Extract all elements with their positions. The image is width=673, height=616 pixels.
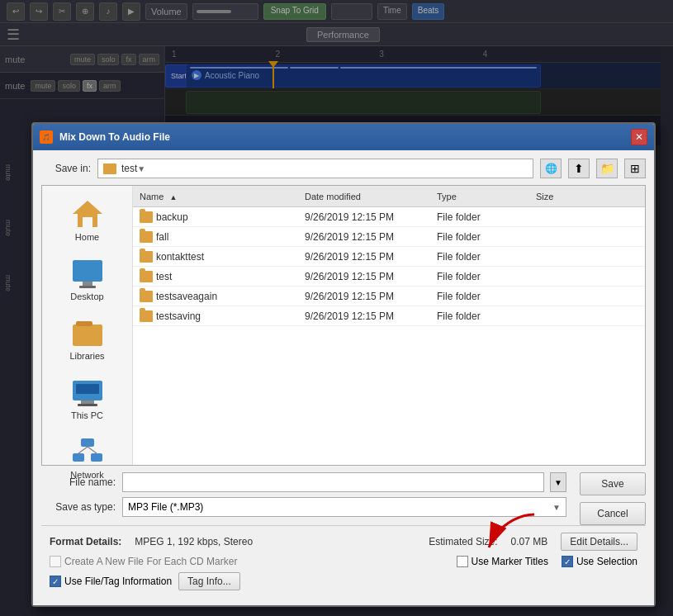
save-type-row: Save as type: MP3 File (*.MP3) ▼ bbox=[41, 497, 566, 517]
svg-line-14 bbox=[88, 447, 97, 453]
file-name-input[interactable] bbox=[122, 472, 544, 492]
nav-item-libraries[interactable]: Libraries bbox=[50, 313, 125, 366]
sort-arrow-icon: ▲ bbox=[169, 193, 177, 201]
nav-home-label: Home bbox=[75, 232, 99, 242]
file-row-name-2: kontakttest bbox=[133, 251, 298, 263]
folder-icon-5 bbox=[140, 310, 153, 322]
format-row3: ✓ Use File/Tag Information Tag Info... bbox=[50, 572, 637, 590]
dialog-content: Home Desktop Libr bbox=[41, 185, 646, 466]
format-row2: Create A New File For Each CD Marker Use… bbox=[50, 556, 637, 567]
nav-item-home[interactable]: Home bbox=[50, 194, 125, 247]
col-header-type[interactable]: Type bbox=[430, 192, 529, 201]
cancel-button[interactable]: Cancel bbox=[580, 502, 646, 525]
col-header-size[interactable]: Size bbox=[529, 192, 645, 201]
network-icon bbox=[71, 437, 104, 467]
save-button[interactable]: Save bbox=[580, 472, 646, 495]
svg-rect-3 bbox=[79, 286, 96, 288]
edit-details-button[interactable]: Edit Details... bbox=[561, 533, 637, 551]
file-rows: backup 9/26/2019 12:15 PM File folder fa… bbox=[133, 207, 645, 465]
nav-libraries-label: Libraries bbox=[69, 351, 104, 361]
tag-info-button[interactable]: Tag Info... bbox=[178, 572, 240, 590]
folder-icon-2 bbox=[140, 251, 153, 263]
libraries-icon bbox=[71, 318, 104, 348]
svg-rect-11 bbox=[73, 453, 84, 462]
nav-item-thispc[interactable]: This PC bbox=[50, 372, 125, 425]
table-row[interactable]: testsaveagain 9/26/2019 12:15 PM File fo… bbox=[133, 287, 645, 306]
view-btn[interactable]: ⊞ bbox=[624, 159, 646, 178]
file-row-type-4: File folder bbox=[430, 291, 529, 302]
save-type-dropdown[interactable]: MP3 File (*.MP3) ▼ bbox=[122, 497, 566, 517]
folder-icon-3 bbox=[140, 271, 153, 282]
mix-down-dialog: 🎵 Mix Down To Audio File ✕ Save in: test… bbox=[31, 122, 656, 607]
table-row[interactable]: kontakttest 9/26/2019 12:15 PM File fold… bbox=[133, 247, 645, 267]
folder-icon-1 bbox=[140, 231, 153, 243]
file-row-type-0: File folder bbox=[430, 211, 529, 223]
dialog-titlebar: 🎵 Mix Down To Audio File ✕ bbox=[33, 124, 654, 150]
bottom-section: File name: ▼ Save as type: MP3 File (*.M… bbox=[41, 472, 646, 525]
file-list-header: Name ▲ Date modified Type Size bbox=[133, 186, 645, 207]
file-row-date-0: 9/26/2019 12:15 PM bbox=[298, 211, 430, 223]
format-size-value: 0.07 MB bbox=[511, 536, 548, 547]
col-header-date[interactable]: Date modified bbox=[298, 192, 430, 201]
nav-desktop-label: Desktop bbox=[70, 291, 103, 301]
format-details-value: MPEG 1, 192 kbps, Stereo bbox=[135, 536, 253, 547]
svg-rect-9 bbox=[76, 384, 99, 394]
save-in-label: Save in: bbox=[41, 163, 91, 174]
use-selection-label: Use Selection bbox=[576, 556, 637, 567]
thispc-icon bbox=[71, 377, 104, 407]
action-buttons: Save Cancel bbox=[580, 472, 646, 525]
file-row-date-3: 9/26/2019 12:15 PM bbox=[298, 271, 430, 282]
save-type-label: Save as type: bbox=[41, 501, 116, 513]
file-row-type-5: File folder bbox=[430, 310, 529, 322]
svg-rect-5 bbox=[76, 321, 92, 326]
svg-rect-4 bbox=[73, 325, 102, 346]
svg-marker-0 bbox=[73, 201, 102, 227]
nav-item-desktop[interactable]: Desktop bbox=[50, 254, 125, 306]
file-row-date-4: 9/26/2019 12:15 PM bbox=[298, 291, 430, 302]
file-row-name-4: testsaveagain bbox=[133, 291, 298, 302]
use-marker-titles-label: Use Marker Titles bbox=[472, 556, 548, 567]
desktop-icon bbox=[71, 258, 104, 288]
svg-rect-8 bbox=[78, 404, 97, 406]
dialog-icon: 🎵 bbox=[40, 130, 53, 144]
folder-icon-small bbox=[103, 163, 116, 174]
table-row[interactable]: fall 9/26/2019 12:15 PM File folder bbox=[133, 227, 645, 247]
back-btn[interactable]: 🌐 bbox=[540, 159, 562, 178]
dropdown-arrow-icon: ▼ bbox=[137, 164, 145, 173]
file-row-name-1: fall bbox=[133, 231, 298, 243]
table-row[interactable]: test 9/26/2019 12:15 PM File folder bbox=[133, 267, 645, 287]
save-in-value: test bbox=[121, 163, 137, 174]
col-header-name[interactable]: Name ▲ bbox=[133, 192, 298, 201]
table-row[interactable]: backup 9/26/2019 12:15 PM File folder bbox=[133, 207, 645, 227]
use-selection-row: ✓ Use Selection bbox=[562, 556, 637, 567]
svg-rect-12 bbox=[91, 453, 102, 462]
file-row-type-1: File folder bbox=[430, 231, 529, 243]
format-details-label: Format Details: bbox=[50, 536, 121, 547]
input-section: File name: ▼ Save as type: MP3 File (*.M… bbox=[41, 472, 566, 522]
file-row-name-3: test bbox=[133, 271, 298, 282]
format-row1: Format Details: MPEG 1, 192 kbps, Stereo… bbox=[50, 533, 637, 551]
file-name-row: File name: ▼ bbox=[41, 472, 566, 492]
use-file-tag-row: ✓ Use File/Tag Information bbox=[50, 576, 172, 587]
file-row-date-5: 9/26/2019 12:15 PM bbox=[298, 310, 430, 322]
create-cd-marker-checkbox[interactable] bbox=[50, 556, 61, 567]
use-selection-checkbox[interactable]: ✓ bbox=[562, 556, 573, 567]
use-file-tag-checkbox[interactable]: ✓ bbox=[50, 576, 61, 587]
nav-thispc-label: This PC bbox=[71, 410, 103, 420]
close-button[interactable]: ✕ bbox=[631, 129, 647, 145]
use-marker-titles-checkbox[interactable] bbox=[457, 556, 468, 567]
new-folder-btn[interactable]: 📁 bbox=[596, 159, 618, 178]
dialog-title: Mix Down To Audio File bbox=[59, 131, 624, 143]
format-bar: Format Details: MPEG 1, 192 kbps, Stereo… bbox=[41, 525, 646, 597]
svg-rect-10 bbox=[81, 438, 94, 447]
filename-dropdown-btn[interactable]: ▼ bbox=[550, 472, 566, 492]
up-btn[interactable]: ⬆ bbox=[568, 159, 590, 178]
left-nav-panel: Home Desktop Libr bbox=[42, 186, 133, 465]
use-file-tag-label: Use File/Tag Information bbox=[64, 576, 172, 587]
file-row-date-1: 9/26/2019 12:15 PM bbox=[298, 231, 430, 243]
save-type-arrow-icon: ▼ bbox=[552, 503, 561, 512]
svg-rect-7 bbox=[81, 400, 94, 404]
file-row-type-2: File folder bbox=[430, 251, 529, 263]
table-row[interactable]: testsaving 9/26/2019 12:15 PM File folde… bbox=[133, 306, 645, 326]
save-in-dropdown[interactable]: test ▼ bbox=[97, 159, 533, 178]
